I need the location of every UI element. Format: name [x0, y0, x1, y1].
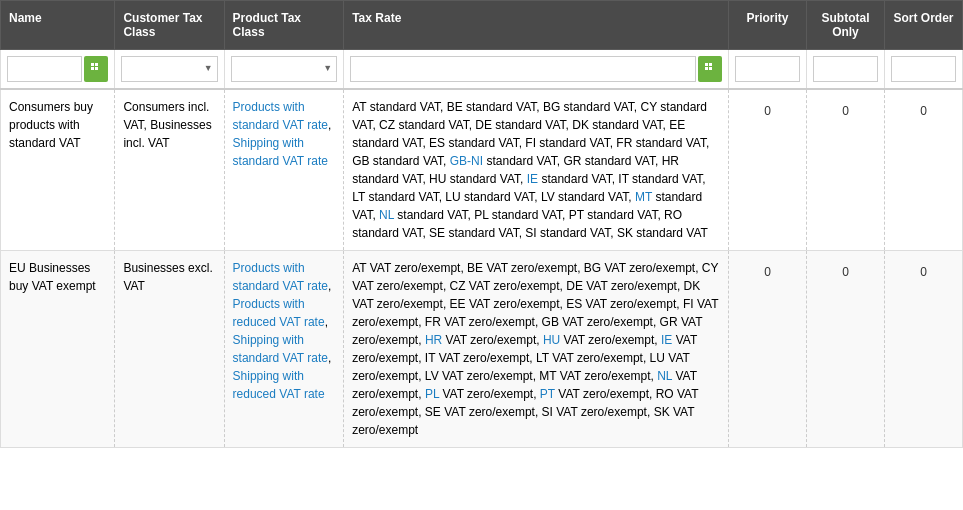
filter-subtotal-cell [806, 50, 884, 90]
filter-priority-input[interactable] [735, 56, 800, 82]
filter-tax-rate-input[interactable] [350, 56, 696, 82]
row2-name: EU Businesses buy VAT exempt [9, 261, 96, 293]
filter-name-cell [1, 50, 115, 90]
filter-tax-rate-cell [344, 50, 729, 90]
filter-name-wrapper [7, 56, 108, 82]
table-row: EU Businesses buy VAT exempt Businesses … [1, 251, 963, 448]
svg-rect-5 [705, 67, 708, 70]
filter-sort-cell [884, 50, 962, 90]
row2-product-tax-link4[interactable]: Shipping with reduced VAT rate [233, 369, 325, 401]
search-icon [704, 62, 716, 74]
filter-tax-rate-search-button[interactable] [698, 56, 722, 82]
row2-highlighted-hu: HU [543, 333, 560, 347]
svg-rect-7 [709, 67, 712, 70]
svg-rect-2 [95, 63, 98, 66]
row1-name-cell: Consumers buy products with standard VAT [1, 89, 115, 251]
svg-rect-4 [705, 63, 708, 66]
filter-customer-tax-wrapper: ▼ [121, 56, 217, 82]
header-subtotal-only: Subtotal Only [806, 1, 884, 50]
svg-rect-3 [95, 67, 98, 70]
row1-highlighted-mt: MT [635, 190, 652, 204]
row2-sort-cell: 0 [884, 251, 962, 448]
filter-name-input[interactable] [7, 56, 82, 82]
row1-tax-rate-cell: AT standard VAT, BE standard VAT, BG sta… [344, 89, 729, 251]
row1-priority-cell: 0 [728, 89, 806, 251]
row1-priority-value: 0 [737, 102, 798, 120]
row1-subtotal-value: 0 [815, 102, 876, 120]
row1-sort-cell: 0 [884, 89, 962, 251]
svg-rect-1 [91, 67, 94, 70]
row1-subtotal-cell: 0 [806, 89, 884, 251]
filter-name-search-button[interactable] [84, 56, 108, 82]
row2-product-tax-link2[interactable]: Products with reduced VAT rate [233, 297, 325, 329]
svg-rect-0 [91, 63, 94, 66]
row1-customer-tax-cell: Consumers incl. VAT, Businesses incl. VA… [115, 89, 224, 251]
row2-sort-value: 0 [893, 263, 954, 281]
row2-highlighted-nl: NL [657, 369, 672, 383]
row2-customer-tax-cell: Businesses excl. VAT [115, 251, 224, 448]
row2-tax-rate-cell: AT VAT zero/exempt, BE VAT zero/exempt, … [344, 251, 729, 448]
filter-customer-tax-cell: ▼ [115, 50, 224, 90]
row2-priority-cell: 0 [728, 251, 806, 448]
filter-priority-cell [728, 50, 806, 90]
row1-product-tax-cell: Products with standard VAT rate, Shippin… [224, 89, 344, 251]
header-sort-order: Sort Order [884, 1, 962, 50]
row1-highlighted-gbnl: GB-NI [450, 154, 483, 168]
filter-product-tax-wrapper: ▼ [231, 56, 338, 82]
row1-product-tax-link[interactable]: Products with standard VAT rate [233, 100, 328, 132]
filter-product-tax-cell: ▼ [224, 50, 344, 90]
row1-highlighted-ie: IE [527, 172, 538, 186]
filter-customer-tax-select[interactable] [121, 56, 217, 82]
row1-customer-tax: Consumers incl. VAT, Businesses incl. VA… [123, 100, 211, 150]
row2-name-cell: EU Businesses buy VAT exempt [1, 251, 115, 448]
row2-product-tax-link1[interactable]: Products with standard VAT rate [233, 261, 328, 293]
row2-highlighted-pl: PL [425, 387, 439, 401]
row1-product-tax-link2[interactable]: Shipping with standard VAT rate [233, 136, 328, 168]
row1-name: Consumers buy products with standard VAT [9, 100, 93, 150]
header-name: Name [1, 1, 115, 50]
header-priority: Priority [728, 1, 806, 50]
row2-highlighted-hr: HR [425, 333, 442, 347]
row1-sort-value: 0 [893, 102, 954, 120]
row2-customer-tax: Businesses excl. VAT [123, 261, 212, 293]
filter-subtotal-input[interactable] [813, 56, 878, 82]
row2-subtotal-value: 0 [815, 263, 876, 281]
filter-sort-input[interactable] [891, 56, 956, 82]
row2-subtotal-cell: 0 [806, 251, 884, 448]
row2-priority-value: 0 [737, 263, 798, 281]
row2-product-tax-cell: Products with standard VAT rate, Product… [224, 251, 344, 448]
header-product-tax-class: Product Tax Class [224, 1, 344, 50]
svg-rect-6 [709, 63, 712, 66]
filter-row: ▼ ▼ [1, 50, 963, 90]
row2-product-tax-link3[interactable]: Shipping with standard VAT rate [233, 333, 328, 365]
filter-product-tax-select[interactable] [231, 56, 338, 82]
search-icon [90, 62, 102, 74]
row2-highlighted-pt: PT [540, 387, 555, 401]
filter-tax-rate-wrapper [350, 56, 722, 82]
table-row: Consumers buy products with standard VAT… [1, 89, 963, 251]
row2-highlighted-ie: IE [661, 333, 672, 347]
header-tax-rate: Tax Rate [344, 1, 729, 50]
header-customer-tax-class: Customer Tax Class [115, 1, 224, 50]
row1-highlighted-nl: NL [379, 208, 394, 222]
